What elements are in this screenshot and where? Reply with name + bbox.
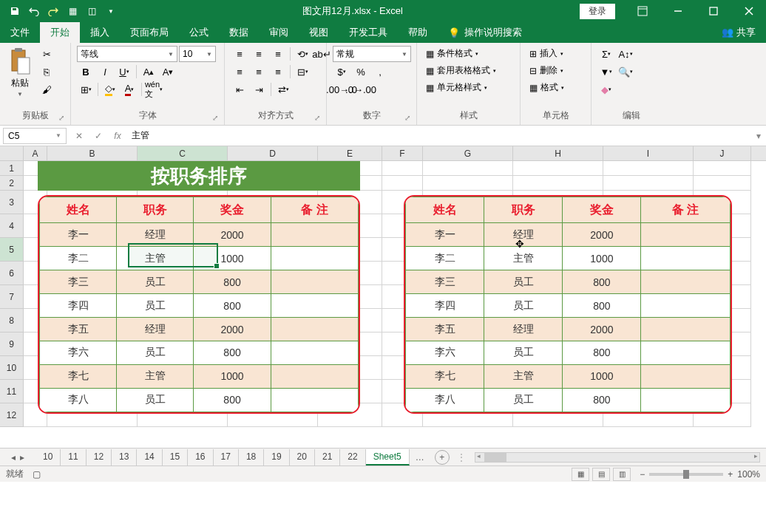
grid-cell[interactable] <box>24 191 47 214</box>
sheet-nav[interactable]: ◂▸ <box>0 452 35 463</box>
tab-home[interactable]: 开始 <box>40 22 80 43</box>
grid-cell[interactable] <box>513 176 603 191</box>
grid-cell[interactable] <box>423 285 513 309</box>
grid-cell[interactable] <box>47 161 138 176</box>
grid-cell[interactable] <box>603 176 694 191</box>
grid-cell[interactable] <box>138 191 228 214</box>
grid-cell[interactable] <box>513 332 603 356</box>
grid-cell[interactable] <box>24 161 47 176</box>
grid-cell[interactable] <box>694 356 751 380</box>
tab-review[interactable]: 审阅 <box>259 22 299 43</box>
grid-cell[interactable] <box>228 262 318 285</box>
sheet-tab-17[interactable]: 17 <box>214 449 239 466</box>
insert-cells-button[interactable]: ⊞插入▾ <box>526 46 567 61</box>
qat-dropdown-icon[interactable]: ▼ <box>102 2 120 20</box>
column-header-C[interactable]: C <box>138 146 228 160</box>
grid-cell[interactable] <box>228 356 318 380</box>
minimize-icon[interactable] <box>661 0 695 22</box>
grid-cell[interactable] <box>228 214 318 238</box>
grid-cell[interactable] <box>138 380 228 403</box>
grid-cell[interactable] <box>382 191 423 214</box>
qat-icon[interactable]: ▦ <box>64 2 81 20</box>
bold-icon[interactable]: B <box>77 64 95 80</box>
tab-view[interactable]: 视图 <box>299 22 339 43</box>
sheet-tab-13[interactable]: 13 <box>112 449 137 466</box>
column-header-B[interactable]: B <box>47 146 138 160</box>
grid-cell[interactable] <box>694 262 751 285</box>
grid-cell[interactable] <box>228 380 318 403</box>
grid-cell[interactable] <box>138 238 228 262</box>
grid-cell[interactable] <box>694 238 751 262</box>
undo-icon[interactable] <box>25 2 43 20</box>
grid-cell[interactable] <box>24 176 47 191</box>
sheet-tab-11[interactable]: 11 <box>61 449 86 466</box>
grid-cell[interactable] <box>138 262 228 285</box>
sheet-tab-22[interactable]: 22 <box>340 449 365 466</box>
row-header-12[interactable]: 12 <box>0 403 24 427</box>
grid-cell[interactable] <box>382 380 423 403</box>
font-size-combo[interactable]: 10▼ <box>179 46 216 62</box>
grid-cell[interactable] <box>138 161 228 176</box>
grid-cell[interactable] <box>423 238 513 262</box>
align-top-icon[interactable]: ≡ <box>231 46 248 62</box>
grid-cell[interactable] <box>382 356 423 380</box>
grid-cell[interactable] <box>318 380 382 403</box>
grid-cell[interactable] <box>423 332 513 356</box>
increase-indent-icon[interactable]: ⇥ <box>250 81 268 98</box>
launcher-icon[interactable]: ⤢ <box>58 114 64 122</box>
grid-cell[interactable] <box>382 161 423 176</box>
grid-cell[interactable] <box>603 262 694 285</box>
grid-cell[interactable] <box>513 262 603 285</box>
grid-cell[interactable] <box>513 285 603 309</box>
font-color-icon[interactable]: A▾ <box>121 81 138 98</box>
sheet-tab-12[interactable]: 12 <box>87 449 112 466</box>
grid-cell[interactable] <box>138 214 228 238</box>
fill-color-icon[interactable]: ◇▾ <box>101 81 119 98</box>
launcher-icon[interactable]: ⤢ <box>314 114 320 122</box>
grid-cell[interactable] <box>24 332 47 356</box>
grid-cell[interactable] <box>24 380 47 403</box>
grid-cell[interactable] <box>513 214 603 238</box>
grid-cell[interactable] <box>318 161 382 176</box>
grid-cell[interactable] <box>228 161 318 176</box>
grid-cell[interactable] <box>513 238 603 262</box>
new-sheet-button[interactable]: + <box>435 450 450 465</box>
sheet-tab-15[interactable]: 15 <box>163 449 188 466</box>
grid-cell[interactable] <box>423 191 513 214</box>
grid-cell[interactable] <box>382 238 423 262</box>
cancel-formula-icon[interactable]: ✕ <box>70 128 89 144</box>
grid-cell[interactable] <box>228 332 318 356</box>
paste-button[interactable]: 粘贴 ▼ <box>6 46 34 99</box>
sheet-tab-16[interactable]: 16 <box>188 449 213 466</box>
align-left-icon[interactable]: ≡ <box>231 64 248 80</box>
delete-cells-button[interactable]: ⊟删除▾ <box>526 63 567 78</box>
grid-cell[interactable] <box>24 403 47 427</box>
column-header-E[interactable]: E <box>318 146 382 160</box>
page-layout-view-icon[interactable]: ▤ <box>592 468 610 481</box>
sheet-tab-14[interactable]: 14 <box>137 449 162 466</box>
grid-cell[interactable] <box>513 380 603 403</box>
grid-cell[interactable] <box>603 403 694 427</box>
column-header-D[interactable]: D <box>228 146 318 160</box>
find-select-icon[interactable]: 🔍▾ <box>617 64 634 80</box>
tell-me[interactable]: 💡操作说明搜索 <box>438 22 532 43</box>
grid-cell[interactable] <box>318 332 382 356</box>
font-name-combo[interactable]: 等线▼ <box>77 46 177 62</box>
grid-cell[interactable] <box>228 176 318 191</box>
column-header-A[interactable]: A <box>24 146 47 160</box>
grid-cell[interactable] <box>318 238 382 262</box>
grid-cell[interactable] <box>603 238 694 262</box>
format-cells-button[interactable]: ▦格式▾ <box>526 80 567 95</box>
grid-cell[interactable] <box>382 285 423 309</box>
underline-icon[interactable]: U▾ <box>115 64 133 80</box>
login-button[interactable]: 登录 <box>580 4 615 19</box>
sort-filter-icon[interactable]: A↕▾ <box>617 46 634 62</box>
align-right-icon[interactable]: ≡ <box>269 64 287 80</box>
grid-cell[interactable] <box>318 214 382 238</box>
grid-cell[interactable] <box>318 309 382 332</box>
grid-cell[interactable] <box>603 285 694 309</box>
fill-icon[interactable]: ▼▾ <box>597 64 615 80</box>
row-header-3[interactable]: 3 <box>0 191 24 214</box>
grid-cell[interactable] <box>47 356 138 380</box>
format-painter-icon[interactable]: 🖌 <box>37 81 56 98</box>
